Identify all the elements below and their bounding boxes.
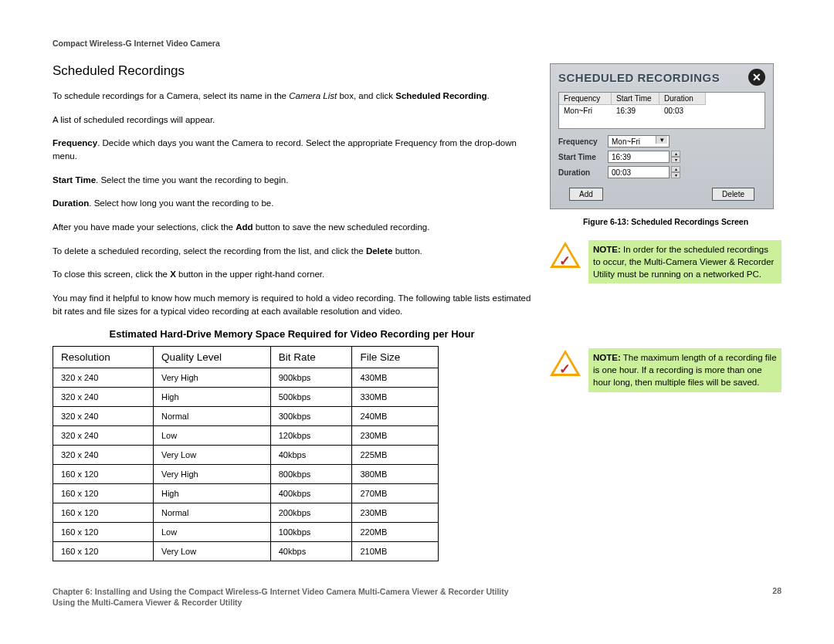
table-cell: 230MB [352,503,439,523]
table-cell: 320 x 240 [53,368,154,388]
footer-chapter: Chapter 6: Installing and Using the Comp… [53,586,509,598]
table-cell: Normal [153,407,270,426]
warning-icon: ✓ [550,242,581,269]
table-row: 320 x 240Normal300kbps240MB [53,407,439,426]
footer-section: Using the Multi-Camera Viewer & Recorder… [53,597,509,608]
p1b: Camera List [289,91,337,100]
add-button[interactable]: Add [569,188,603,201]
th-filesize: File Size [352,347,439,368]
cell-freq: Mon~Fri [559,105,612,117]
table-cell: Low [153,523,270,542]
p8b: X [170,269,176,279]
para-starttime: Start Time. Select the time you want the… [53,174,531,187]
para-close: To close this screen, click the X button… [53,268,531,281]
th-quality: Quality Level [153,347,270,368]
table-row: 320 x 240Very Low40kbps225MB [53,446,439,465]
table-cell: 320 x 240 [53,426,154,446]
p7b: Delete [366,246,393,256]
table-cell: 330MB [352,388,439,407]
scheduled-recordings-window: SCHEDULED RECORDINGS ✕ Frequency Start T… [550,63,774,209]
table-cell: High [153,484,270,503]
table-cell: 160 x 120 [53,503,154,523]
p5a: Duration [53,198,89,208]
table-cell: 200kbps [270,503,352,523]
table-header-row: Resolution Quality Level Bit Rate File S… [53,347,439,368]
p1c: box, and click [337,91,395,100]
col-frequency: Frequency [559,93,612,105]
table-cell: 270MB [352,484,439,503]
table-cell: 800kbps [270,465,352,484]
duration-value: 00:03 [612,168,631,177]
cell-dur: 00:03 [659,105,706,117]
table-title: Estimated Hard-Drive Memory Space Requir… [53,328,531,340]
table-cell: Low [153,426,270,446]
table-cell: Normal [153,503,270,523]
table-cell: Very Low [153,542,270,561]
recordings-list[interactable]: Frequency Start Time Duration Mon~Fri 16… [558,92,765,129]
list-row[interactable]: Mon~Fri 16:39 00:03 [559,105,764,117]
p6b: Add [236,222,253,232]
warning-icon: ✓ [550,350,581,378]
note-1: ✓ NOTE: In order for the scheduled recor… [550,240,781,283]
table-row: 160 x 120Low100kbps220MB [53,523,439,542]
table-cell: 160 x 120 [53,465,154,484]
table-cell: 160 x 120 [53,542,154,561]
side-content: SCHEDULED RECORDINGS ✕ Frequency Start T… [550,63,781,561]
frequency-value: Mon~Fri [612,137,640,146]
table-cell: 225MB [352,446,439,465]
starttime-field[interactable]: 16:39 [608,151,670,163]
para-memory: You may find it helpful to know how much… [53,292,531,317]
close-icon[interactable]: ✕ [748,69,765,86]
delete-button[interactable]: Delete [712,188,754,201]
frequency-dropdown[interactable]: Mon~Fri [608,135,670,147]
table-cell: 230MB [352,426,439,446]
section-title: Scheduled Recordings [53,63,531,79]
p3b: . Decide which days you want the Camera … [53,138,517,161]
p7a: To delete a scheduled recording, select … [53,246,366,256]
table-cell: Very Low [153,446,270,465]
p1d: Scheduled Recording [395,91,486,100]
note-2: ✓ NOTE: The maximum length of a recordin… [550,348,781,391]
duration-field[interactable]: 00:03 [608,166,670,178]
table-row: 160 x 120High400kbps270MB [53,484,439,503]
cell-start: 16:39 [612,105,659,117]
para-frequency: Frequency. Decide which days you want th… [53,137,531,162]
label-starttime: Start Time [558,153,608,161]
table-cell: 320 x 240 [53,407,154,426]
table-row: 160 x 120Very Low40kbps210MB [53,542,439,561]
page-footer: Chapter 6: Installing and Using the Comp… [53,586,781,608]
p7c: button. [392,246,422,256]
th-bitrate: Bit Rate [270,347,352,368]
table-cell: 900kbps [270,368,352,388]
p8a: To close this screen, click the [53,269,170,279]
table-cell: 40kbps [270,446,352,465]
table-cell: 300kbps [270,407,352,426]
col-duration: Duration [659,93,706,105]
p4b: . Select the time you want the recording… [96,175,288,185]
p8c: button in the upper right-hand corner. [176,269,324,279]
duration-spinner[interactable]: ▴▾ [671,166,680,178]
main-content: Scheduled Recordings To schedule recordi… [53,63,531,561]
window-title: SCHEDULED RECORDINGS [558,71,720,84]
table-cell: 430MB [352,368,439,388]
table-row: 320 x 240High500kbps330MB [53,388,439,407]
table-cell: 40kbps [270,542,352,561]
page-number: 28 [772,586,781,608]
p3a: Frequency [53,138,97,147]
p4a: Start Time [53,175,96,185]
table-cell: 320 x 240 [53,446,154,465]
table-row: 320 x 240Low120kbps230MB [53,426,439,446]
table-cell: 380MB [352,465,439,484]
memory-table: Resolution Quality Level Bit Rate File S… [53,346,439,561]
table-cell: 160 x 120 [53,484,154,503]
starttime-spinner[interactable]: ▴▾ [671,151,680,163]
para-delete: To delete a scheduled recording, select … [53,245,531,258]
note2-body: The maximum length of a recording file i… [593,353,777,387]
p1a: To schedule recordings for a Camera, sel… [53,91,289,100]
table-row: 160 x 120Very High800kbps380MB [53,465,439,484]
label-duration: Duration [558,168,608,177]
p6a: After you have made your selections, cli… [53,222,236,232]
p1e: . [486,91,489,100]
table-row: 160 x 120Normal200kbps230MB [53,503,439,523]
table-cell: 210MB [352,542,439,561]
